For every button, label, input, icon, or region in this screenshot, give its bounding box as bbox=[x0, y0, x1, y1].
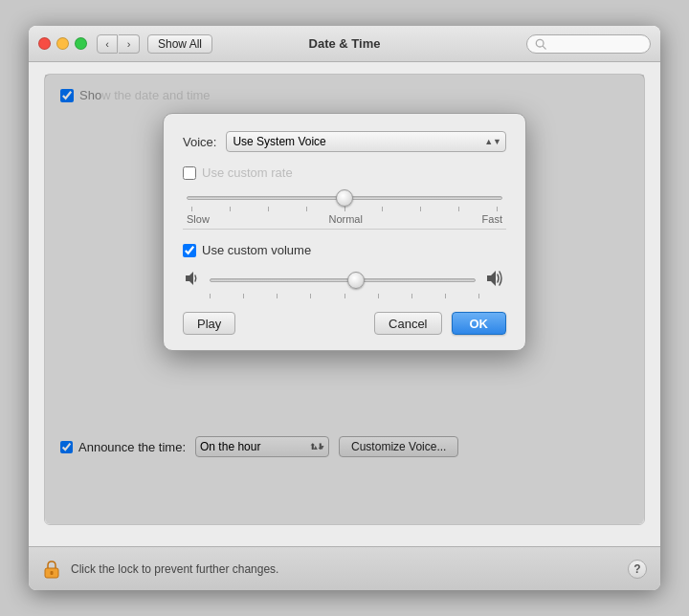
maximize-button[interactable] bbox=[75, 37, 87, 50]
svg-rect-5 bbox=[51, 571, 54, 575]
slow-label: Slow bbox=[187, 213, 210, 225]
tick-3 bbox=[268, 207, 269, 211]
inner-panel: Show the date and time Announce the time… bbox=[44, 74, 645, 525]
tick-8 bbox=[458, 207, 459, 211]
vol-tick-7 bbox=[411, 294, 412, 298]
voice-row: Voice: Use System Voice ▲▼ bbox=[183, 131, 506, 152]
tick-7 bbox=[420, 207, 421, 211]
svg-marker-2 bbox=[186, 272, 193, 285]
volume-high-icon bbox=[483, 267, 506, 294]
rate-slider-thumb[interactable] bbox=[336, 189, 353, 207]
vol-tick-4 bbox=[310, 294, 311, 298]
show-all-button[interactable]: Show All bbox=[147, 34, 212, 54]
rate-slider-labels: Slow Normal Fast bbox=[183, 213, 506, 225]
custom-volume-checkbox[interactable] bbox=[183, 244, 196, 257]
svg-marker-3 bbox=[487, 271, 496, 286]
voice-select-wrapper: Use System Voice ▲▼ bbox=[226, 131, 506, 152]
voice-label: Voice: bbox=[183, 135, 216, 149]
rate-slider-container: Slow Normal Fast bbox=[183, 189, 506, 225]
svg-line-1 bbox=[543, 46, 545, 49]
tick-6 bbox=[382, 207, 383, 211]
tick-1 bbox=[191, 207, 192, 211]
modal-overlay: Voice: Use System Voice ▲▼ Use custom ra… bbox=[45, 75, 644, 524]
volume-slider-container bbox=[183, 267, 506, 298]
vol-tick-1 bbox=[210, 294, 211, 298]
tick-4 bbox=[306, 207, 307, 211]
volume-low-icon bbox=[183, 269, 202, 292]
normal-label: Normal bbox=[328, 213, 362, 225]
window: ‹ › Show All Date & Time Show the date a… bbox=[29, 26, 660, 590]
volume-slider-thumb[interactable] bbox=[347, 272, 365, 289]
custom-rate-checkbox[interactable] bbox=[183, 166, 196, 180]
vol-tick-5 bbox=[344, 294, 345, 298]
nav-buttons: ‹ › bbox=[97, 34, 140, 54]
search-box[interactable] bbox=[526, 34, 651, 54]
tick-9 bbox=[497, 207, 498, 211]
rate-slider-ticks bbox=[183, 207, 506, 211]
custom-rate-row: Use custom rate bbox=[183, 165, 506, 180]
volume-slider-track bbox=[210, 272, 476, 289]
minimize-button[interactable] bbox=[56, 37, 69, 50]
volume-low-svg bbox=[183, 269, 202, 288]
lock-label: Click the lock to prevent further change… bbox=[71, 562, 278, 576]
play-button[interactable]: Play bbox=[183, 312, 235, 335]
main-content: Show the date and time Announce the time… bbox=[29, 62, 660, 546]
custom-volume-row: Use custom volume bbox=[183, 243, 506, 257]
titlebar: ‹ › Show All Date & Time bbox=[29, 26, 660, 62]
vol-tick-6 bbox=[378, 294, 379, 298]
forward-button[interactable]: › bbox=[119, 34, 140, 54]
volume-high-svg bbox=[483, 267, 506, 290]
volume-slider-ticks bbox=[183, 294, 506, 298]
vol-tick-9 bbox=[478, 294, 479, 298]
bottom-bar: Click the lock to prevent further change… bbox=[29, 546, 660, 590]
voice-select[interactable]: Use System Voice bbox=[226, 131, 506, 152]
tick-5 bbox=[344, 207, 345, 211]
traffic-lights bbox=[38, 37, 87, 50]
modal-button-row: Play Cancel OK bbox=[183, 312, 506, 335]
window-title: Date & Time bbox=[309, 36, 381, 51]
cancel-button[interactable]: Cancel bbox=[374, 312, 441, 335]
lock-icon[interactable] bbox=[42, 560, 61, 579]
help-button[interactable]: ? bbox=[628, 560, 647, 579]
tick-2 bbox=[230, 207, 231, 211]
volume-slider-bar bbox=[210, 278, 476, 282]
search-icon bbox=[535, 38, 546, 50]
vol-tick-8 bbox=[445, 294, 446, 298]
modal-panel: Voice: Use System Voice ▲▼ Use custom ra… bbox=[163, 113, 526, 351]
fast-label: Fast bbox=[482, 213, 502, 225]
custom-volume-label: Use custom volume bbox=[202, 243, 311, 257]
rate-slider-track bbox=[187, 189, 502, 207]
volume-slider-row bbox=[183, 267, 506, 294]
ok-button[interactable]: OK bbox=[452, 312, 507, 335]
vol-tick-3 bbox=[277, 294, 278, 298]
back-button[interactable]: ‹ bbox=[97, 34, 118, 54]
modal-divider bbox=[183, 229, 506, 230]
custom-rate-label: Use custom rate bbox=[202, 165, 293, 180]
close-button[interactable] bbox=[38, 37, 51, 50]
vol-tick-2 bbox=[243, 294, 244, 298]
